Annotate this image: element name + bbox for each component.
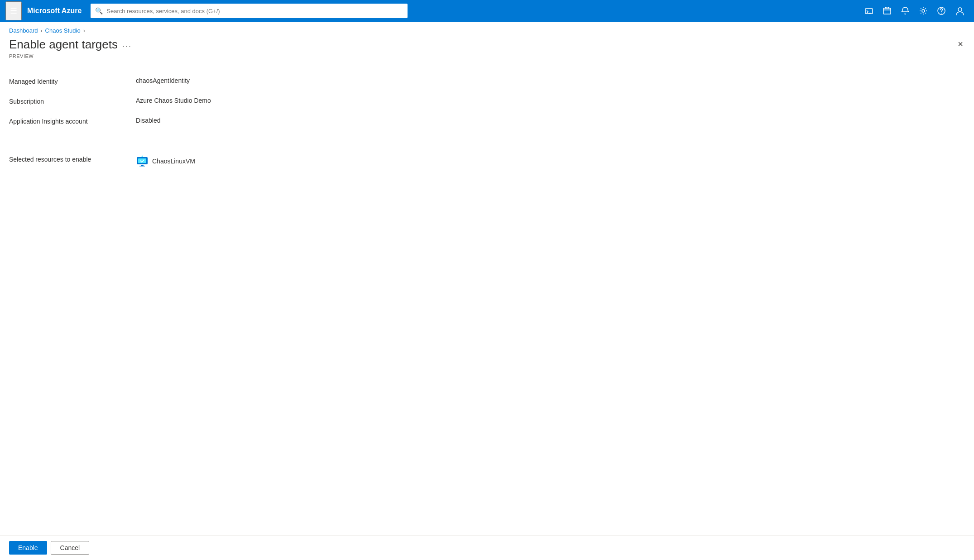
app-insights-value: Disabled — [136, 117, 160, 124]
svg-rect-11 — [141, 165, 144, 166]
managed-identity-value: chaosAgentIdentity — [136, 77, 190, 84]
svg-rect-2 — [883, 8, 891, 14]
enable-button[interactable]: Enable — [9, 541, 47, 555]
brand-name: Microsoft Azure — [27, 7, 82, 15]
subscription-label: Subscription — [9, 97, 136, 105]
notifications-button[interactable] — [897, 3, 913, 19]
panel-title: Enable agent targets — [9, 38, 118, 52]
vm-icon — [136, 155, 149, 168]
svg-point-5 — [922, 10, 925, 12]
close-button[interactable]: × — [956, 38, 965, 50]
fields-section: Managed Identity chaosAgentIdentity Subs… — [9, 70, 965, 144]
main-panel: Enable agent targets ··· × PREVIEW Manag… — [0, 38, 974, 168]
topbar-icons — [861, 2, 969, 19]
managed-identity-row: Managed Identity chaosAgentIdentity — [9, 77, 965, 90]
breadcrumb-dashboard[interactable]: Dashboard — [9, 27, 38, 34]
search-input[interactable] — [106, 8, 403, 14]
settings-button[interactable] — [915, 3, 931, 19]
panel-header: Enable agent targets ··· × — [9, 38, 965, 52]
svg-point-7 — [941, 13, 942, 14]
search-icon: 🔍 — [95, 7, 103, 14]
app-insights-row: Application Insights account Disabled — [9, 117, 965, 129]
breadcrumb-chaos-studio[interactable]: Chaos Studio — [45, 27, 81, 34]
app-insights-label: Application Insights account — [9, 117, 136, 125]
vm-resource-item: ChaosLinuxVM — [136, 155, 195, 168]
resources-row: Selected resources to enable ChaosLinuxV… — [9, 155, 965, 168]
profile-button[interactable] — [951, 2, 969, 19]
breadcrumb-sep-1: › — [41, 28, 43, 34]
cloud-shell-button[interactable] — [861, 3, 877, 19]
svg-point-13 — [142, 156, 143, 157]
svg-rect-10 — [138, 158, 146, 163]
svg-rect-12 — [139, 166, 145, 167]
panel-preview-label: PREVIEW — [9, 53, 965, 59]
svg-rect-3 — [885, 7, 887, 9]
directory-button[interactable] — [879, 3, 895, 19]
action-bar: Enable Cancel — [0, 535, 974, 560]
panel-more-options[interactable]: ··· — [122, 41, 132, 51]
vm-resource-name: ChaosLinuxVM — [152, 158, 195, 165]
breadcrumb-sep-2: › — [83, 28, 85, 34]
topbar: ☰ Microsoft Azure 🔍 — [0, 0, 974, 22]
breadcrumb: Dashboard › Chaos Studio › — [0, 22, 974, 38]
panel-title-area: Enable agent targets ··· — [9, 38, 132, 52]
managed-identity-label: Managed Identity — [9, 77, 136, 85]
svg-point-8 — [958, 8, 962, 11]
subscription-row: Subscription Azure Chaos Studio Demo — [9, 97, 965, 110]
svg-rect-4 — [888, 7, 889, 9]
help-button[interactable] — [933, 3, 950, 19]
subscription-value: Azure Chaos Studio Demo — [136, 97, 211, 104]
hamburger-button[interactable]: ☰ — [5, 1, 22, 20]
resources-label: Selected resources to enable — [9, 155, 136, 163]
search-bar[interactable]: 🔍 — [91, 4, 408, 18]
cancel-button[interactable]: Cancel — [51, 541, 90, 555]
